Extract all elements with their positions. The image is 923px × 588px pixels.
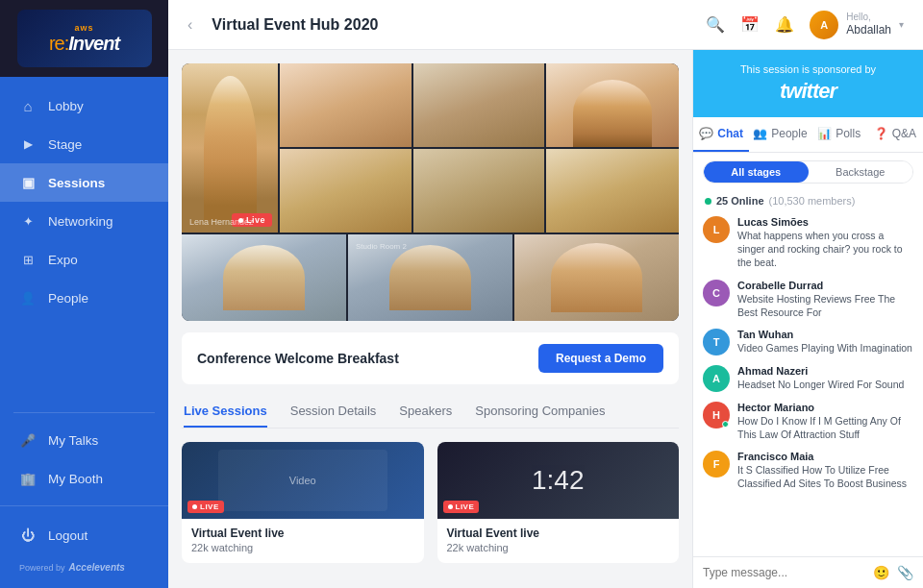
calendar-icon[interactable]: 📅 <box>740 15 760 34</box>
panel-tab-qa[interactable]: ❓ Q&A <box>867 117 923 152</box>
session-title: Conference Welcome Breakfast <box>197 351 399 366</box>
panel-tab-polls[interactable]: 📊 Polls <box>811 117 867 152</box>
sidebar-logo: aws re:Invent <box>0 0 168 77</box>
sidebar-item-lobby[interactable]: ⌂ Lobby <box>0 86 168 125</box>
video-cell-r2 <box>413 63 545 147</box>
header: ‹ Virtual Event Hub 2020 🔍 📅 🔔 A Hello, … <box>168 0 923 50</box>
card-2-info: Virtual Event live 22k watching <box>437 519 680 563</box>
list-item: F Francisco Maia It S Classified How To … <box>703 451 913 490</box>
panel-tab-chat[interactable]: 💬 Chat <box>693 117 749 152</box>
message-text: What happens when you cross a singer and… <box>737 229 913 270</box>
bell-icon[interactable]: 🔔 <box>775 15 794 34</box>
attachment-icon[interactable]: 📎 <box>897 565 913 580</box>
sidebar-item-networking[interactable]: ✦ Networking <box>0 202 168 240</box>
avatar: F <box>703 451 730 478</box>
session-bar: Conference Welcome Breakfast Request a D… <box>182 332 679 384</box>
sessions-icon: ▣ <box>19 174 37 191</box>
message-body: Francisco Maia It S Classified How To Ut… <box>737 451 913 490</box>
sidebar-item-expo[interactable]: ⊞ Expo <box>0 240 168 279</box>
avatar: C <box>703 280 730 306</box>
video-cell-b1 <box>182 234 346 321</box>
sidebar-item-sessions[interactable]: ▣ Sessions <box>0 163 168 202</box>
card-2-live-badge: LIVE <box>443 501 480 513</box>
card-1-watching: 22k watching <box>191 542 414 553</box>
live-card-1: Video LIVE Virtual Event live 22k watchi… <box>182 442 424 563</box>
home-icon: ⌂ <box>19 97 37 114</box>
page-title: Virtual Event Hub 2020 <box>212 16 690 34</box>
qa-tab-icon: ❓ <box>874 127 888 140</box>
chat-input-area: 🙂 📎 <box>693 556 923 588</box>
avatar: T <box>703 329 730 355</box>
panel-tab-people[interactable]: 👥 People <box>749 117 811 152</box>
sponsor-brand: twitter <box>707 79 910 104</box>
input-action-icons: 🙂 📎 <box>873 565 913 580</box>
session-tabs: Live Sessions Session Details Speakers S… <box>182 398 679 429</box>
sponsor-banner: This session is sponsored by twitter <box>693 50 923 117</box>
user-menu[interactable]: A Hello, Abdallah ▾ <box>810 11 904 39</box>
card-1-info: Virtual Event live 22k watching <box>182 519 424 563</box>
list-item: L Lucas Simões What happens when you cro… <box>703 216 913 270</box>
card-2-thumbnail: 1:42 LIVE <box>437 442 680 519</box>
sidebar-item-my-booth[interactable]: 🏢 My Booth <box>0 459 168 498</box>
sponsor-text: This session is sponsored by <box>707 63 910 75</box>
back-button[interactable]: ‹ <box>187 16 192 34</box>
video-cell-b2: Studio Room 2 <box>348 234 512 321</box>
message-author: Lucas Simões <box>737 216 913 228</box>
live-cards: Video LIVE Virtual Event live 22k watchi… <box>182 442 679 563</box>
sidebar-logout-section: ⏻ Logout Powered by Accelevents <box>0 505 168 588</box>
message-text: Website Hosting Reviews Free The Best Re… <box>737 292 913 319</box>
message-body: Ahmad Nazeri Headset No Longer Wired For… <box>737 365 913 392</box>
card-1-thumbnail: Video LIVE <box>182 442 424 519</box>
sidebar-nav: ⌂ Lobby ▶ Stage ▣ Sessions ✦ Networking … <box>0 77 168 412</box>
list-item: T Tan Wuhan Video Games Playing With Ima… <box>703 329 913 355</box>
backstage-button[interactable]: Backstage <box>809 161 913 183</box>
video-label: Lena Hernandez <box>189 217 254 227</box>
networking-icon: ✦ <box>19 212 37 230</box>
message-text: Headset No Longer Wired For Sound <box>737 378 913 391</box>
message-author: Ahmad Nazeri <box>737 365 913 377</box>
tab-speakers[interactable]: Speakers <box>399 398 452 428</box>
message-author: Corabelle Durrad <box>737 280 913 291</box>
message-author: Francisco Maia <box>737 451 913 462</box>
chat-tab-icon: 💬 <box>699 127 713 140</box>
sidebar-item-stage[interactable]: ▶ Stage <box>0 125 168 163</box>
stage-icon: ▶ <box>19 135 37 153</box>
search-icon[interactable]: 🔍 <box>706 15 725 34</box>
video-cell-main: Live Lena Hernandez <box>182 63 278 233</box>
list-item: A Ahmad Nazeri Headset No Longer Wired F… <box>703 365 913 392</box>
powered-by: Powered by Accelevents <box>0 554 168 580</box>
video-cell-2 <box>546 149 679 233</box>
video-bottom-row: Studio Room 2 <box>182 234 679 321</box>
message-author: Tan Wuhan <box>737 329 913 340</box>
talks-icon: 🎤 <box>19 431 37 449</box>
video-cell-r4 <box>413 149 545 233</box>
user-info: Hello, Abdallah <box>846 12 891 37</box>
content-area: Live Lena Hernandez <box>168 50 923 588</box>
tab-sponsoring[interactable]: Sponsoring Companies <box>475 398 605 428</box>
panel-tabs: 💬 Chat 👥 People 📊 Polls ❓ Q&A <box>693 117 923 153</box>
avatar: L <box>703 216 730 243</box>
message-input[interactable] <box>703 566 867 579</box>
expo-icon: ⊞ <box>19 251 37 268</box>
tab-session-details[interactable]: Session Details <box>290 398 377 428</box>
header-actions: 🔍 📅 🔔 A Hello, Abdallah ▾ <box>706 11 904 39</box>
video-cell-r1 <box>280 63 412 147</box>
logout-button[interactable]: ⏻ Logout <box>0 516 168 554</box>
demo-button[interactable]: Request a Demo <box>538 344 663 373</box>
middle-section: Live Lena Hernandez <box>168 50 692 588</box>
clock-display: 1:42 <box>532 465 585 496</box>
right-panel: This session is sponsored by twitter 💬 C… <box>692 50 923 588</box>
tab-live-sessions[interactable]: Live Sessions <box>184 398 267 428</box>
video-right-grid <box>280 63 544 233</box>
people-tab-icon: 👥 <box>753 127 767 140</box>
sidebar-item-people[interactable]: 👤 People <box>0 279 168 317</box>
emoji-icon[interactable]: 🙂 <box>873 565 889 580</box>
message-body: Lucas Simões What happens when you cross… <box>737 216 913 270</box>
avatar: H <box>703 402 730 429</box>
card-1-title: Virtual Event live <box>191 527 414 540</box>
message-text: How Do I Know If I M Getting Any Of This… <box>737 414 913 441</box>
logout-icon: ⏻ <box>19 527 37 544</box>
sidebar-item-my-talks[interactable]: 🎤 My Talks <box>0 421 168 459</box>
chat-messages: L Lucas Simões What happens when you cro… <box>693 212 923 556</box>
all-stages-button[interactable]: All stages <box>704 161 809 183</box>
